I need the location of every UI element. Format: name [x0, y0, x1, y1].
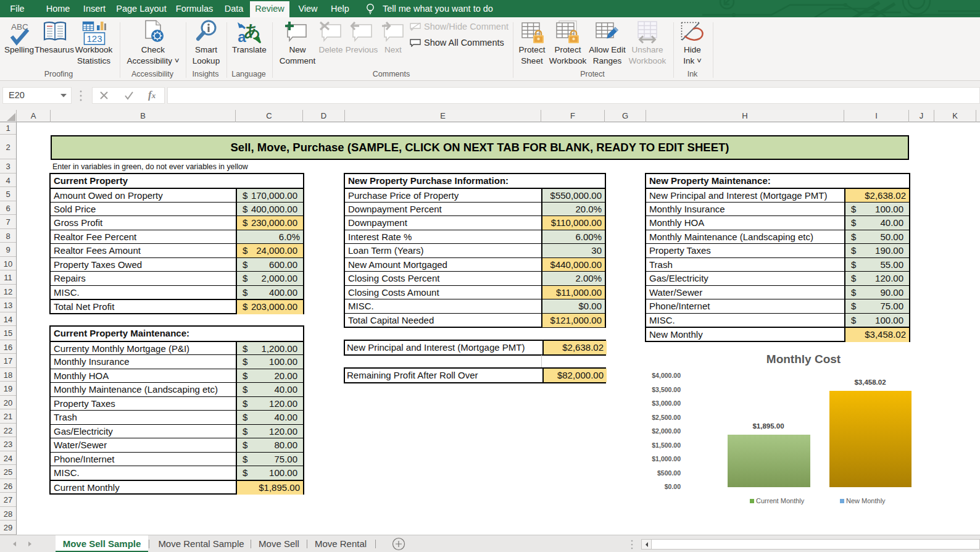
svg-text:123: 123	[86, 33, 102, 44]
svg-text:a: a	[238, 28, 246, 45]
